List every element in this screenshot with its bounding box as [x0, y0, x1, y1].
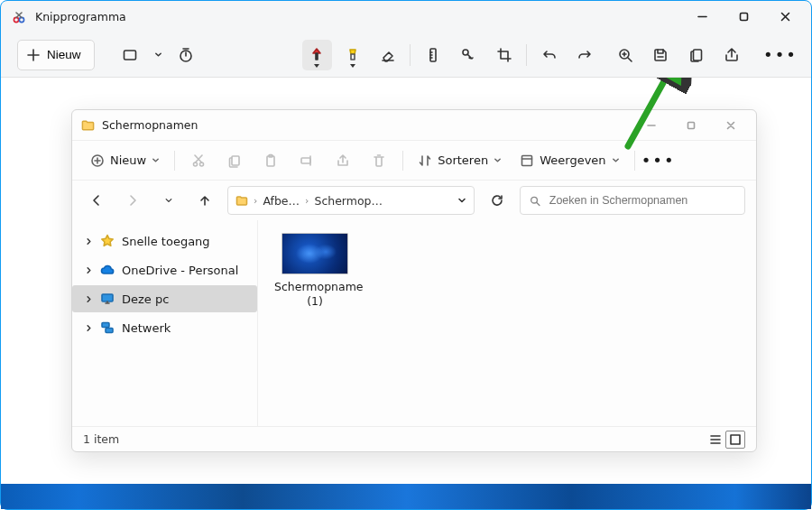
share-icon — [336, 153, 350, 168]
explorer-new-label: Nieuw — [110, 153, 146, 167]
snip-mode-button[interactable] — [115, 40, 145, 70]
taskbar-fragment — [1, 484, 811, 509]
minimize-button[interactable] — [681, 3, 723, 32]
maximize-button[interactable] — [723, 3, 764, 32]
explorer-maximize-button[interactable] — [671, 112, 711, 139]
paste-button[interactable] — [254, 146, 287, 175]
new-button[interactable]: Nieuw — [17, 40, 95, 70]
pen-tool-button[interactable] — [302, 40, 332, 70]
titlebar: Knipprogramma — [1, 1, 811, 32]
breadcrumb-separator: › — [305, 195, 309, 207]
share-icon — [724, 47, 740, 63]
highlighter-tool-button[interactable] — [337, 40, 367, 70]
statusbar: 1 item — [72, 426, 756, 451]
rename-icon — [300, 153, 314, 168]
view-label: Weergeven — [540, 153, 605, 167]
forward-button[interactable] — [119, 187, 146, 214]
file-item[interactable]: Schermopname (1) — [274, 233, 355, 308]
network-icon — [100, 320, 115, 335]
trash-icon — [372, 153, 386, 168]
delay-button[interactable] — [171, 40, 200, 70]
chevron-down-icon — [154, 51, 162, 59]
pen-icon — [309, 47, 325, 63]
copy-button[interactable] — [681, 40, 711, 70]
zoom-icon — [617, 47, 633, 63]
sort-label: Sorteren — [438, 153, 488, 167]
touch-icon — [460, 47, 476, 63]
close-button[interactable] — [764, 3, 806, 32]
zoom-button[interactable] — [611, 40, 641, 70]
svg-rect-16 — [301, 158, 310, 163]
file-name-line1: Schermopname — [274, 280, 355, 294]
icons-view-button[interactable] — [725, 431, 745, 449]
chevron-right-icon — [85, 237, 93, 246]
search-box[interactable] — [520, 186, 745, 215]
status-text: 1 item — [83, 432, 119, 446]
delete-button[interactable] — [363, 146, 395, 175]
explorer-toolbar: Nieuw Sorteren Weergeven — [72, 141, 756, 181]
explorer-title: Schermopnamen — [102, 118, 198, 132]
redo-icon — [577, 47, 593, 63]
breadcrumb-seg1[interactable]: Afbe… — [263, 194, 300, 208]
new-label: Nieuw — [47, 48, 81, 61]
svg-rect-2 — [740, 14, 747, 21]
explorer-more-button[interactable]: ••• — [642, 146, 675, 175]
explorer-titlebar: Schermopnamen — [72, 110, 756, 141]
svg-rect-19 — [102, 294, 113, 301]
details-view-button[interactable] — [706, 431, 725, 449]
sidebar-item-this-pc[interactable]: Deze pc — [72, 285, 257, 312]
sidebar: Snelle toegang OneDrive - Personal Deze … — [72, 220, 257, 426]
undo-button[interactable] — [534, 40, 564, 70]
monitor-icon — [100, 292, 115, 306]
sort-icon — [418, 153, 432, 168]
sidebar-item-quick-access[interactable]: Snelle toegang — [72, 227, 257, 255]
address-bar[interactable]: › Afbe… › Schermop… — [227, 186, 475, 215]
crop-button[interactable] — [489, 40, 519, 70]
file-pane[interactable]: Schermopname (1) — [257, 220, 756, 426]
folder-icon — [81, 118, 95, 132]
breadcrumb-seg2[interactable]: Schermop… — [314, 194, 383, 208]
explorer-close-button[interactable] — [711, 112, 751, 139]
back-button[interactable] — [83, 187, 110, 214]
search-input[interactable] — [549, 194, 735, 207]
sidebar-item-onedrive[interactable]: OneDrive - Personal — [72, 256, 257, 283]
touch-writing-button[interactable] — [454, 40, 484, 70]
cut-button[interactable] — [182, 146, 215, 175]
sort-button[interactable]: Sorteren — [411, 146, 509, 175]
svg-rect-20 — [102, 323, 109, 328]
ruler-icon — [425, 47, 441, 63]
redo-button[interactable] — [569, 40, 599, 70]
undo-icon — [541, 47, 558, 63]
svg-rect-22 — [731, 435, 740, 444]
svg-rect-9 — [688, 122, 695, 128]
more-button[interactable]: ••• — [764, 40, 797, 70]
snip-mode-dropdown[interactable] — [151, 40, 166, 70]
recent-locations-button[interactable] — [155, 187, 182, 214]
sidebar-label: Deze pc — [122, 292, 169, 306]
plus-icon — [27, 49, 40, 61]
eraser-button[interactable] — [373, 40, 402, 70]
more-icon: ••• — [763, 47, 798, 63]
chevron-right-icon — [85, 324, 93, 332]
share-button-explorer[interactable] — [327, 146, 359, 175]
ruler-button[interactable] — [418, 40, 448, 70]
cloud-icon — [100, 263, 115, 277]
save-button[interactable] — [646, 40, 676, 70]
refresh-button[interactable] — [484, 187, 511, 214]
copy-button-explorer[interactable] — [218, 146, 251, 175]
share-button[interactable] — [716, 40, 746, 70]
save-icon — [652, 47, 669, 63]
crop-icon — [496, 47, 512, 63]
breadcrumb-separator: › — [254, 195, 257, 207]
svg-rect-17 — [522, 155, 532, 165]
explorer-new-button[interactable]: Nieuw — [83, 146, 167, 175]
app-icon — [12, 10, 26, 24]
explorer-nav: › Afbe… › Schermop… — [72, 181, 756, 220]
explorer-minimize-button[interactable] — [632, 112, 671, 139]
timer-icon — [178, 47, 194, 63]
rename-button[interactable] — [291, 146, 323, 175]
app-title: Knipprogramma — [35, 10, 126, 23]
view-button[interactable]: Weergeven — [512, 146, 626, 175]
sidebar-item-network[interactable]: Netwerk — [72, 314, 257, 341]
up-button[interactable] — [191, 187, 218, 214]
